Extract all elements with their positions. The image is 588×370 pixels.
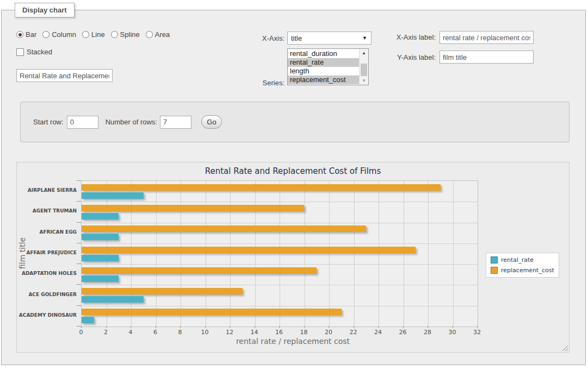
category-label: ADAPTATION HOLES [18, 271, 77, 276]
x-tick-mark [477, 326, 478, 328]
legend-swatch [491, 267, 498, 274]
scroll-up-icon[interactable]: ▲ [360, 49, 368, 57]
category-label: ACADEMY DINOSAUR [18, 312, 77, 318]
x-tick-label: 12 [226, 329, 233, 336]
chart-type-radio-line[interactable]: Line [82, 30, 105, 39]
bar-replacement_cost [82, 184, 441, 191]
y-tick-mark [77, 284, 81, 285]
stacked-option[interactable]: Stacked [16, 48, 52, 56]
radio-icon [16, 31, 23, 38]
chart-type-radio-area[interactable]: Area [146, 30, 170, 39]
x-axis-label-input[interactable] [440, 31, 534, 44]
bar-rental_rate [82, 192, 144, 199]
x-axis-selected-value: title [291, 34, 302, 42]
x-tick-mark [354, 326, 354, 328]
category-label: AFRICAN EGG [18, 229, 77, 235]
series-select-label: Series: [236, 79, 284, 87]
x-tick-mark [255, 326, 255, 328]
y-tick-mark [77, 243, 81, 243]
gridline [82, 264, 478, 265]
category-label: AFFAIR PREJUDICE [18, 250, 77, 255]
series-option-length[interactable]: length [288, 67, 359, 76]
chevron-down-icon: ▼ [362, 35, 367, 41]
x-tick-mark [131, 326, 131, 328]
x-tick-mark [205, 326, 206, 328]
bar-replacement_cost [82, 225, 366, 232]
legend-label: replacement_cost [501, 267, 554, 274]
bar-replacement_cost [82, 247, 416, 253]
resize-handle-icon[interactable] [562, 345, 568, 351]
bar-rental_rate [82, 317, 94, 323]
bar-rental_rate [82, 275, 119, 282]
gridline [156, 181, 157, 327]
legend-label: rental_rate [501, 256, 534, 264]
stacked-checkbox[interactable] [16, 48, 24, 56]
radio-icon [146, 31, 153, 38]
x-tick-label: 24 [374, 329, 382, 336]
series-option-replacement_cost[interactable]: replacement_cost [288, 76, 359, 84]
gridline [181, 181, 181, 327]
chart-type-radio-bar[interactable]: Bar [16, 30, 36, 39]
start-row-input[interactable] [67, 116, 98, 129]
series-option-rental_rate[interactable]: rental_rate [288, 58, 359, 67]
chart-x-axis-title: rental rate / replacement cost [17, 337, 569, 346]
scroll-down-icon[interactable]: ▼ [360, 77, 368, 85]
series-scrollbar[interactable]: ▲ ▼ [359, 49, 368, 85]
go-button[interactable]: Go [201, 115, 222, 129]
radio-label: Spline [120, 30, 140, 39]
plot-area [81, 180, 478, 327]
gridline [255, 181, 256, 327]
gridline [280, 181, 280, 327]
bar-replacement_cost [82, 205, 304, 211]
x-tick-label: 30 [449, 329, 456, 336]
gridline [453, 181, 454, 327]
number-of-rows-label: Number of rows: [106, 118, 157, 126]
chart-title-input[interactable] [16, 69, 113, 82]
y-tick-mark [77, 180, 81, 181]
radio-label: Line [91, 30, 105, 39]
x-axis-select[interactable]: title ▼ [287, 32, 372, 45]
legend-item: replacement_cost [491, 267, 554, 274]
x-tick-label: 6 [153, 329, 157, 336]
bar-rental_rate [82, 213, 119, 220]
x-tick-mark [378, 326, 379, 328]
bar-rental_rate [82, 296, 144, 303]
radio-icon [82, 31, 89, 38]
bar-rental_rate [82, 255, 119, 261]
x-tick-label: 26 [399, 329, 407, 336]
gridline [107, 181, 107, 327]
radio-icon [111, 31, 118, 38]
y-tick-mark [77, 326, 81, 327]
gridline [329, 181, 330, 327]
number-of-rows-input[interactable] [160, 116, 191, 129]
gridline [131, 181, 132, 327]
scrollbar-thumb[interactable] [361, 64, 367, 76]
y-tick-mark [77, 222, 81, 223]
x-tick-mark [304, 326, 305, 328]
gridline [230, 181, 231, 327]
legend-swatch [491, 256, 498, 264]
x-tick-label: 32 [473, 329, 481, 336]
radio-label: Area [155, 30, 170, 39]
series-option-list: rental_durationrental_ratelengthreplacem… [288, 49, 359, 85]
x-tick-label: 8 [178, 329, 182, 336]
x-tick-label: 20 [325, 329, 332, 336]
gridline [206, 181, 206, 327]
y-axis-label-input[interactable] [440, 51, 534, 64]
y-axis-label-field-label: Y-Axis label: [381, 53, 436, 61]
x-tick-mark [156, 326, 156, 328]
chart-type-radio-column[interactable]: Column [42, 30, 76, 39]
category-label: AGENT TRUMAN [18, 208, 77, 214]
row-range-box: Start row: Number of rows: Go [20, 102, 570, 142]
series-option-rental_duration[interactable]: rental_duration [288, 49, 359, 58]
series-multiselect[interactable]: rental_durationrental_ratelengthreplacem… [287, 48, 369, 85]
gridline [82, 202, 478, 202]
chart-legend: rental_ratereplacement_cost [486, 253, 559, 278]
x-axis-label-field-label: X-Axis label: [381, 33, 436, 41]
x-tick-mark [428, 326, 428, 328]
y-tick-mark [77, 201, 81, 202]
chart-type-radio-spline[interactable]: Spline [111, 30, 140, 39]
x-tick-label: 18 [300, 329, 308, 336]
x-tick-mark [106, 326, 107, 328]
x-tick-label: 4 [129, 329, 133, 336]
